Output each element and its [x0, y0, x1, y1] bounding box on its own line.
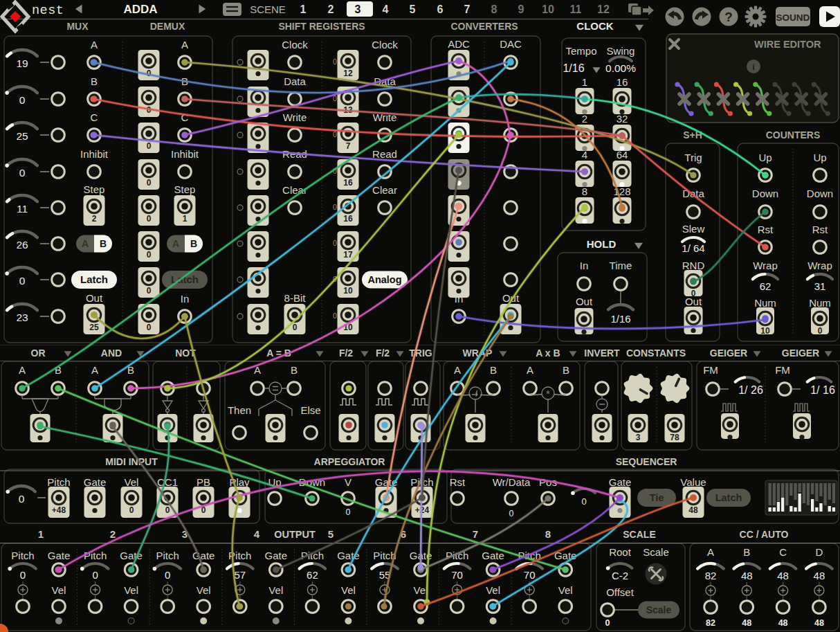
svg-text:5: 5 — [328, 528, 334, 540]
svg-text:CC1: CC1 — [157, 476, 178, 488]
svg-text:Clear: Clear — [372, 184, 397, 196]
svg-text:B: B — [490, 364, 497, 376]
svg-text:2: 2 — [92, 214, 97, 224]
svg-text:B: B — [91, 75, 98, 87]
svg-text:Gate: Gate — [48, 550, 71, 561]
svg-text:0: 0 — [147, 214, 152, 224]
svg-text:Scale: Scale — [646, 604, 672, 615]
svg-text:5: 5 — [410, 3, 416, 15]
svg-text:COUNTERS: COUNTERS — [766, 129, 821, 141]
svg-text:nest: nest — [32, 3, 64, 18]
svg-text:64: 64 — [617, 149, 628, 161]
svg-text:3: 3 — [636, 433, 641, 442]
svg-text:?: ? — [724, 10, 733, 24]
svg-text:0: 0 — [581, 496, 586, 507]
svg-text:Step: Step — [174, 183, 196, 195]
svg-text:0: 0 — [605, 618, 610, 628]
svg-text:Latch: Latch — [80, 273, 108, 285]
svg-text:RND: RND — [682, 260, 705, 271]
svg-text:Vel: Vel — [268, 584, 283, 596]
svg-text:Pitch: Pitch — [156, 550, 179, 561]
svg-text:Scale: Scale — [643, 546, 669, 558]
svg-text:0: 0 — [147, 286, 152, 296]
svg-text:A: A — [181, 39, 188, 51]
svg-text:Gate: Gate — [84, 476, 107, 488]
svg-text:WIRE EDITOR: WIRE EDITOR — [754, 39, 821, 50]
svg-text:2: 2 — [328, 3, 334, 15]
svg-text:1: 1 — [38, 528, 44, 540]
svg-text:F/2: F/2 — [339, 347, 353, 359]
svg-text:Root: Root — [609, 546, 632, 558]
svg-text:C: C — [91, 111, 98, 123]
svg-text:6: 6 — [437, 3, 444, 15]
svg-text:A: A — [707, 546, 714, 558]
svg-text:A: A — [91, 39, 98, 51]
svg-text:7: 7 — [464, 3, 471, 15]
svg-text:+48: +48 — [52, 505, 66, 515]
svg-text:70: 70 — [524, 569, 536, 581]
svg-text:48: 48 — [742, 618, 751, 628]
svg-text:Rst: Rst — [812, 224, 828, 235]
svg-text:1/16: 1/16 — [563, 62, 584, 74]
svg-text:1/ 26: 1/ 26 — [738, 384, 763, 396]
svg-text:82: 82 — [705, 570, 717, 581]
svg-text:MIDI INPUT: MIDI INPUT — [105, 456, 158, 467]
svg-text:Up: Up — [813, 152, 826, 163]
svg-text:7: 7 — [346, 141, 351, 151]
svg-text:In: In — [181, 293, 190, 305]
svg-text:Then: Then — [228, 404, 251, 416]
svg-text:A: A — [82, 238, 89, 249]
svg-text:48: 48 — [814, 570, 825, 581]
svg-text:1: 1 — [300, 3, 307, 15]
svg-text:Num: Num — [754, 297, 776, 309]
svg-text:CONVERTERS: CONVERTERS — [450, 21, 518, 32]
svg-text:0: 0 — [147, 250, 152, 260]
svg-text:B: B — [100, 238, 107, 249]
svg-text:B: B — [291, 364, 298, 376]
svg-text:Out: Out — [685, 296, 702, 307]
svg-text:4: 4 — [582, 149, 587, 161]
svg-text:0: 0 — [333, 239, 337, 247]
svg-text:48: 48 — [778, 618, 788, 628]
svg-text:2: 2 — [582, 113, 587, 125]
svg-text:OR: OR — [31, 347, 46, 359]
svg-text:0: 0 — [19, 94, 26, 106]
svg-text:Clock: Clock — [282, 39, 308, 51]
svg-text:0: 0 — [20, 569, 26, 581]
svg-text:Wrap: Wrap — [807, 260, 832, 271]
svg-text:*: * — [546, 388, 550, 399]
svg-text:8: 8 — [582, 186, 587, 197]
svg-text:V: V — [345, 476, 351, 488]
svg-text:Inhibit: Inhibit — [171, 148, 199, 160]
svg-text:GEIGER: GEIGER — [782, 347, 819, 359]
svg-text:4: 4 — [383, 3, 389, 15]
svg-text:A: A — [454, 364, 461, 376]
svg-text:Analog: Analog — [367, 274, 401, 285]
svg-text:Pitch: Pitch — [11, 550, 34, 561]
svg-text:Value: Value — [680, 476, 706, 488]
svg-text:FM: FM — [703, 364, 718, 376]
svg-text:CC / AUTO: CC / AUTO — [740, 529, 789, 540]
svg-text:Latch: Latch — [715, 492, 742, 503]
svg-text:Swing: Swing — [607, 45, 635, 57]
svg-text:Rst: Rst — [450, 476, 466, 488]
svg-text:C-2: C-2 — [612, 570, 628, 581]
svg-text:Step: Step — [84, 183, 105, 195]
svg-text:B: B — [190, 238, 197, 249]
svg-text:SCENE: SCENE — [250, 3, 286, 15]
svg-text:17: 17 — [343, 250, 353, 260]
svg-text:48: 48 — [814, 618, 824, 628]
svg-text:0: 0 — [333, 312, 337, 320]
svg-text:48: 48 — [688, 505, 698, 515]
svg-text:12: 12 — [597, 3, 610, 15]
svg-text:CONSTANTS: CONSTANTS — [626, 347, 686, 359]
svg-text:0: 0 — [19, 493, 25, 505]
svg-text:Gate: Gate — [609, 476, 632, 488]
svg-text:16: 16 — [343, 178, 353, 188]
svg-text:Slew: Slew — [682, 223, 705, 235]
svg-text:SCALE: SCALE — [623, 529, 655, 540]
svg-text:Inhibit: Inhibit — [80, 148, 109, 160]
svg-text:ARPEGGIATOR: ARPEGGIATOR — [314, 456, 385, 467]
svg-text:11: 11 — [17, 203, 28, 215]
svg-text:0: 0 — [19, 167, 26, 179]
